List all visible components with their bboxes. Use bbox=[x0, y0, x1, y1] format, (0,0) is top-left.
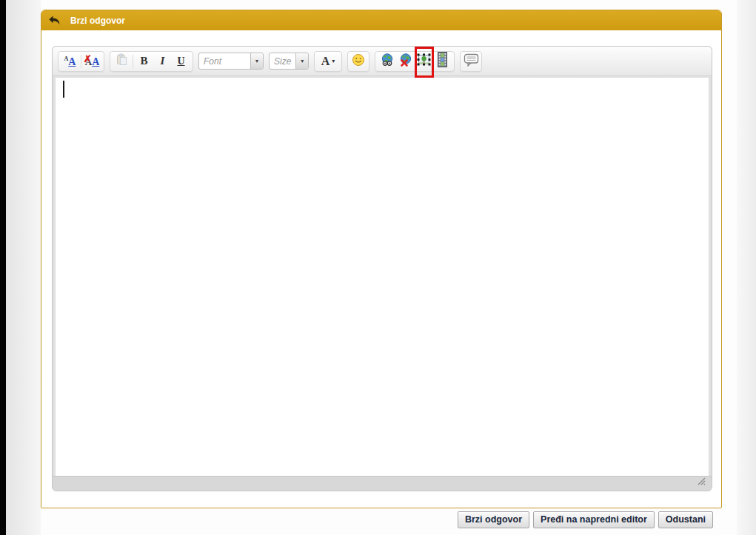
text-cursor bbox=[63, 81, 64, 98]
bold-button[interactable]: B bbox=[135, 53, 153, 70]
panel-header: Brzi odgovor bbox=[41, 10, 721, 30]
text-style-button[interactable]: A ▾ bbox=[314, 51, 342, 72]
quote-bubble-icon bbox=[464, 53, 479, 70]
mode-group: AA AA✗ bbox=[58, 51, 104, 72]
media-group bbox=[375, 51, 455, 72]
insert-link-globe-icon bbox=[380, 53, 395, 70]
font-select[interactable]: Font ▾ bbox=[198, 53, 264, 70]
editor-bottom-bar bbox=[53, 476, 712, 491]
footer-button-row: Brzi odgovor Pređi na napredni editor Od… bbox=[458, 511, 713, 528]
size-select-dropdown-button[interactable]: ▾ bbox=[295, 53, 308, 69]
remove-format-icon: AA✗ bbox=[85, 55, 100, 67]
quick-reply-submit-button[interactable]: Brzi odgovor bbox=[458, 511, 529, 528]
basic-format-group: B I U bbox=[110, 51, 193, 72]
page-left-gray-strip bbox=[6, 0, 41, 535]
size-select-value: Size bbox=[270, 56, 295, 67]
resize-grip-icon[interactable] bbox=[696, 475, 706, 488]
underline-icon: U bbox=[177, 55, 184, 67]
paste-icon bbox=[116, 53, 128, 69]
italic-icon: I bbox=[161, 55, 165, 67]
emoticon-icon bbox=[352, 53, 365, 70]
editor-content-wrap bbox=[53, 76, 712, 476]
cancel-button[interactable]: Odustani bbox=[658, 511, 713, 528]
editor-mode-icon: AA bbox=[64, 55, 76, 67]
page-left-black-strip bbox=[0, 0, 6, 535]
panel-title: Brzi odgovor bbox=[70, 16, 125, 26]
size-select[interactable]: Size ▾ bbox=[269, 53, 309, 70]
toolbar-separator bbox=[81, 55, 81, 68]
insert-link-button[interactable] bbox=[378, 53, 396, 70]
chevron-down-icon: ▾ bbox=[255, 58, 258, 64]
rich-text-editor: AA AA✗ B bbox=[52, 46, 712, 491]
insert-media-film-icon bbox=[438, 52, 447, 70]
bold-icon: B bbox=[140, 55, 147, 67]
quote-button[interactable] bbox=[460, 51, 482, 72]
toolbar-separator bbox=[133, 55, 133, 68]
emoticon-button[interactable] bbox=[347, 51, 369, 72]
remove-link-button[interactable] bbox=[396, 53, 415, 70]
remove-link-globe-icon bbox=[398, 53, 413, 70]
editor-mode-button[interactable]: AA bbox=[61, 53, 79, 70]
quick-reply-screen: Brzi odgovor AA AA✗ bbox=[0, 0, 756, 535]
switch-to-full-editor-button[interactable]: Pređi na napredni editor bbox=[533, 511, 655, 528]
underline-button[interactable]: U bbox=[172, 53, 190, 70]
insert-image-button[interactable] bbox=[415, 53, 433, 70]
chevron-down-icon: ▾ bbox=[332, 58, 335, 64]
italic-button[interactable]: I bbox=[153, 53, 172, 70]
insert-media-button[interactable] bbox=[433, 53, 452, 70]
reply-arrow-icon[interactable] bbox=[48, 15, 61, 26]
editor-text-area[interactable] bbox=[56, 78, 709, 476]
chevron-down-icon: ▾ bbox=[301, 58, 304, 64]
page-right-gray-strip bbox=[737, 0, 756, 535]
insert-image-icon bbox=[417, 53, 431, 69]
paste-button[interactable] bbox=[113, 53, 131, 70]
font-select-value: Font bbox=[199, 56, 250, 67]
text-style-icon: A bbox=[321, 55, 330, 68]
remove-format-button[interactable]: AA✗ bbox=[83, 53, 101, 70]
editor-toolbar: AA AA✗ B bbox=[53, 47, 712, 76]
font-select-dropdown-button[interactable]: ▾ bbox=[250, 53, 263, 69]
